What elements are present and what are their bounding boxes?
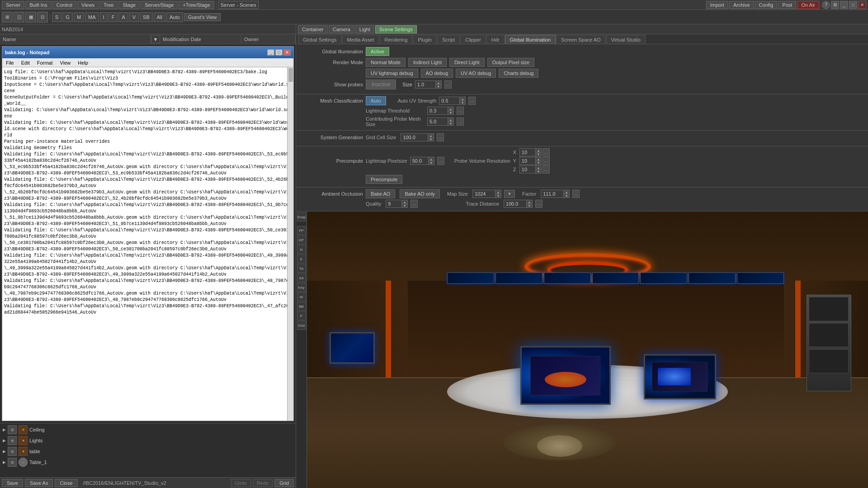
bake-ao-btn[interactable]: Bake AO: [366, 189, 395, 198]
dock-w-btn[interactable]: W: [297, 292, 306, 301]
z-input[interactable]: [519, 165, 535, 174]
notepad-maximize[interactable]: □: [275, 49, 283, 56]
auto-uv-input[interactable]: [439, 97, 459, 105]
quality-opts-btn[interactable]: …: [410, 200, 418, 208]
stab-rendering[interactable]: Rendering: [380, 35, 413, 44]
stab-media-asset[interactable]: Media Asset: [342, 35, 379, 44]
menu-tree-stage[interactable]: +Tree/Stage: [179, 1, 214, 9]
stab-global-illumination[interactable]: Global Illumination: [505, 35, 556, 44]
toolbar-icon-4[interactable]: ⊡: [37, 12, 48, 23]
label-sb[interactable]: SB: [140, 12, 153, 22]
menu-archive[interactable]: Archive: [729, 1, 754, 9]
tab-camera[interactable]: Camera: [329, 25, 354, 33]
factor-down[interactable]: ▼: [563, 194, 570, 198]
lp-opts-btn[interactable]: …: [437, 157, 444, 165]
dock-key-btn[interactable]: Key: [297, 283, 306, 292]
menu-on-air[interactable]: On Air: [797, 1, 819, 9]
stab-clipper[interactable]: Clipper: [460, 35, 486, 44]
menu-post[interactable]: Post: [778, 1, 796, 9]
label-auto[interactable]: Auto: [166, 12, 183, 22]
close-icon[interactable]: ✕: [858, 1, 866, 9]
trace-input[interactable]: [504, 200, 526, 208]
dock-kp-btn[interactable]: KP: [297, 235, 306, 244]
stab-screen-space-ao[interactable]: Screen Space AO: [556, 35, 605, 44]
dock-sa-btn[interactable]: SA: [297, 273, 306, 282]
dock-bb-btn[interactable]: BB: [297, 302, 306, 311]
lightmap-input[interactable]: [427, 107, 448, 115]
map-size-dropdown-btn[interactable]: ▼: [504, 190, 515, 198]
menu-stage[interactable]: Stage: [118, 1, 140, 9]
btn-output-pixel[interactable]: Output Pixel size: [487, 58, 535, 67]
undo-button[interactable]: Undo: [231, 479, 251, 487]
sort-btn[interactable]: ▼: [151, 35, 160, 43]
grid-cell-input[interactable]: [401, 133, 428, 141]
bake-ao-only-btn[interactable]: Bake AO only: [400, 189, 440, 198]
tree-item-table[interactable]: ▶ ⊞ ☀ table: [1, 446, 295, 457]
lp-input[interactable]: [410, 157, 428, 165]
btn-uv-ao-debug[interactable]: UV AO debug: [456, 69, 496, 78]
auto-uv-up[interactable]: ▲: [459, 97, 466, 101]
contributing-up[interactable]: ▲: [448, 117, 454, 122]
lightmap-up[interactable]: ▲: [448, 107, 454, 111]
lightmap-down[interactable]: ▼: [448, 111, 454, 115]
btn-normal-mode[interactable]: Normal Mode: [366, 58, 406, 67]
label-f[interactable]: F: [108, 12, 118, 22]
menu-server[interactable]: Server: [2, 1, 24, 9]
stab-virtual-studio[interactable]: Virtual Studio: [606, 35, 646, 44]
save-as-button[interactable]: Save As: [25, 479, 53, 487]
contributing-down[interactable]: ▼: [448, 122, 454, 126]
quality-up[interactable]: ▲: [401, 200, 408, 204]
dock-ta-btn[interactable]: TA: [297, 264, 306, 273]
factor-up[interactable]: ▲: [563, 190, 570, 194]
x-input[interactable]: [519, 148, 535, 156]
x-opts-btn[interactable]: …: [542, 148, 550, 156]
y-up[interactable]: ▲: [535, 157, 542, 161]
show-probes-inactive-btn[interactable]: Inactive: [366, 80, 396, 89]
lightmap-opts-btn[interactable]: …: [457, 107, 464, 115]
tab-container[interactable]: Container: [298, 25, 328, 33]
notepad-minimize[interactable]: _: [267, 49, 274, 56]
dock-pp-btn[interactable]: PP: [297, 226, 306, 235]
lp-down[interactable]: ▼: [428, 161, 434, 165]
x-down[interactable]: ▼: [535, 152, 542, 156]
z-up[interactable]: ▲: [535, 165, 542, 169]
y-input[interactable]: [519, 157, 535, 165]
btn-uv-lightmap[interactable]: UV lightmap debug: [366, 69, 418, 78]
toolbar-icon-2[interactable]: ◫: [14, 12, 24, 23]
stab-global-settings[interactable]: Global Settings: [298, 35, 342, 44]
size-spin-down[interactable]: ▼: [435, 84, 442, 89]
settings-icon[interactable]: ⚙: [831, 1, 839, 9]
notepad-menu-view[interactable]: View: [58, 60, 73, 66]
trace-down[interactable]: ▼: [526, 204, 533, 208]
auto-uv-down[interactable]: ▼: [459, 101, 466, 105]
label-m[interactable]: M: [74, 12, 84, 22]
notepad-menu-file[interactable]: File: [4, 60, 16, 66]
tree-item-table1[interactable]: ▶ ⊞ ○ Table_1: [1, 457, 295, 468]
server-scenes-dropdown[interactable]: Server - Scenes: [218, 1, 259, 9]
factor-opts-btn[interactable]: …: [572, 190, 580, 198]
grid-button[interactable]: Grid: [274, 479, 294, 487]
trace-up[interactable]: ▲: [526, 200, 533, 204]
label-all[interactable]: All: [154, 12, 165, 22]
notepad-close[interactable]: ✕: [283, 49, 291, 56]
notepad-menu-help[interactable]: Help: [76, 60, 90, 66]
tab-scene-settings[interactable]: Scene Settings: [375, 25, 417, 33]
btn-ao-debug[interactable]: AO debug: [421, 69, 453, 78]
menu-config[interactable]: Config: [755, 1, 778, 9]
redo-button[interactable]: Redo: [253, 479, 273, 487]
grid-cell-down[interactable]: ▼: [428, 137, 434, 141]
contributing-opts-btn[interactable]: …: [457, 117, 464, 126]
auto-uv-opts-btn[interactable]: …: [468, 97, 476, 105]
tab-light[interactable]: Light: [355, 25, 374, 33]
btn-charts-debug[interactable]: Charts debug: [499, 69, 538, 78]
notepad-content[interactable]: Log file: C:\Users\haf\AppData\Local\Tem…: [2, 67, 293, 421]
mesh-auto-btn[interactable]: Auto: [366, 96, 386, 105]
quality-input[interactable]: [386, 200, 401, 208]
tree-item-ceiling[interactable]: ▶ ⊞ ☀ Ceiling: [1, 424, 295, 435]
map-size-input[interactable]: [472, 190, 495, 198]
grid-cell-up[interactable]: ▲: [428, 133, 434, 137]
map-size-down[interactable]: ▼: [495, 194, 501, 198]
tree-item-lights[interactable]: ▶ ⊞ ☀ Lights: [1, 435, 295, 446]
label-v[interactable]: V: [129, 12, 139, 22]
menu-server-stage[interactable]: Server/Stage: [141, 1, 178, 9]
